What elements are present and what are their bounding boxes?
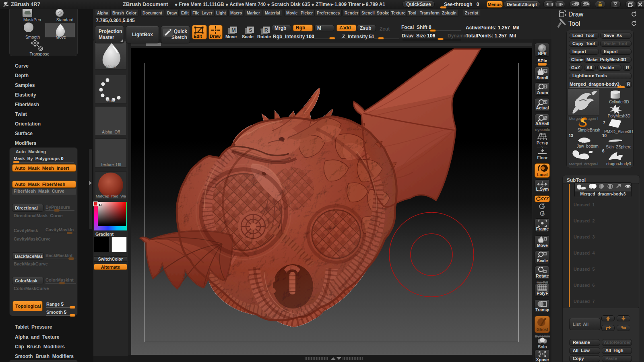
svg-text:Z: Z <box>542 213 544 216</box>
svg-text:x1: x1 <box>544 101 547 104</box>
svg-text:Y: Y <box>542 206 544 209</box>
svg-text:M: M <box>231 27 236 33</box>
svg-text:S: S <box>249 27 252 33</box>
svg-text:R: R <box>264 27 268 33</box>
